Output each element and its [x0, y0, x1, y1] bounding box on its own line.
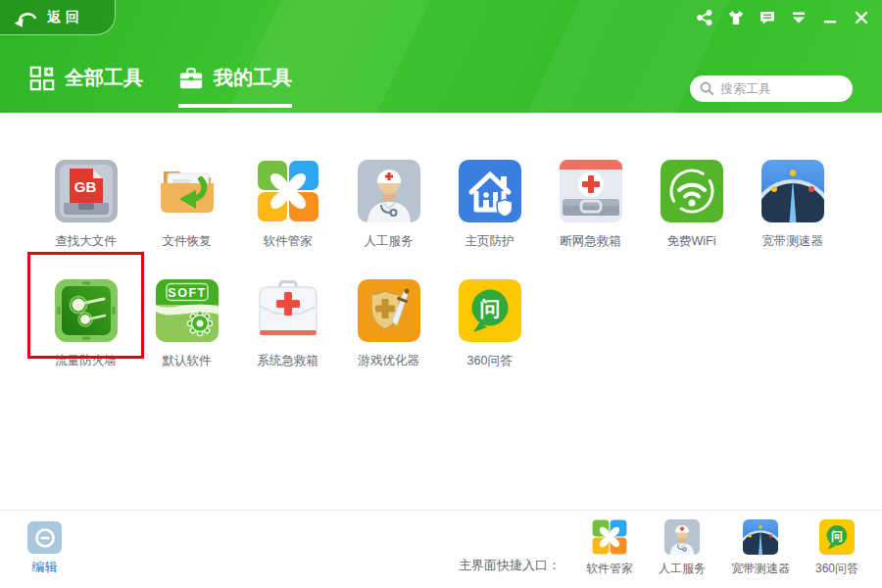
- tool-item-homepage-protection[interactable]: 主页防护: [439, 160, 540, 279]
- tool-item-system-first-aid[interactable]: 系统急救箱: [237, 279, 338, 399]
- footer: 编辑 主界面快捷入口： 软件管家人工服务宽带测速器360问答: [0, 510, 882, 588]
- human-service-icon: [358, 160, 420, 222]
- tab-all-tools[interactable]: 全部工具: [29, 65, 143, 108]
- tool-grid: 查找大文件文件恢复软件管家人工服务主页防护断网急救箱免费WiFi宽带测速器流量防…: [35, 113, 847, 399]
- window-controls: [692, 7, 874, 28]
- shortcut-bar: 主界面快捷入口： 软件管家人工服务宽带测速器360问答: [459, 519, 858, 577]
- network-first-aid-icon: [560, 160, 622, 222]
- tab-label: 我的工具: [214, 65, 292, 91]
- homepage-protection-icon: [459, 160, 521, 222]
- tool-label: 默认软件: [163, 353, 212, 369]
- edit-label: 编辑: [32, 559, 58, 576]
- shortcut-label: 360问答: [815, 561, 858, 577]
- share-icon: [696, 9, 713, 26]
- tab-bar: 全部工具 我的工具: [29, 65, 292, 108]
- tool-item-default-software[interactable]: 默认软件: [136, 279, 237, 399]
- minimize-button[interactable]: [817, 7, 843, 28]
- tool-label: 人工服务: [365, 233, 414, 250]
- skin-button[interactable]: [723, 7, 749, 28]
- edit-icon-box: [27, 521, 62, 554]
- share-button[interactable]: [692, 7, 717, 28]
- main-menu-icon: [790, 9, 808, 26]
- software-manager-icon: [592, 519, 627, 555]
- shortcut-caption: 主界面快捷入口：: [459, 557, 561, 577]
- search-icon: [700, 81, 714, 96]
- skin-icon: [727, 9, 745, 26]
- minimize-icon: [821, 9, 839, 26]
- tool-label: 游戏优化器: [358, 353, 419, 369]
- grid-plus-icon: [29, 66, 55, 91]
- tool-row: 流量防火墙默认软件系统急救箱游戏优化器360问答: [35, 279, 847, 399]
- speed-test-icon: [761, 160, 824, 222]
- back-label: 返回: [47, 9, 84, 26]
- tool-label: 主页防护: [466, 233, 514, 250]
- tool-item-traffic-firewall[interactable]: 流量防火墙: [35, 279, 136, 399]
- shortcut-speed-test[interactable]: 宽带测速器: [731, 519, 790, 577]
- tool-label: 免费WiFi: [667, 233, 716, 250]
- tool-label: 流量防火墙: [55, 353, 117, 369]
- header: 返回 全部工具 我的工具: [0, 0, 882, 113]
- file-recovery-icon: [156, 160, 219, 222]
- tool-item-speed-test[interactable]: 宽带测速器: [742, 160, 843, 279]
- find-large-files-icon: [55, 160, 118, 222]
- shortcut-qa-360[interactable]: 360问答: [815, 519, 858, 577]
- tool-item-find-large-files[interactable]: 查找大文件: [35, 160, 136, 279]
- tool-label: 宽带测速器: [761, 233, 823, 250]
- tool-item-game-optimizer[interactable]: 游戏优化器: [338, 279, 439, 399]
- tool-row: 查找大文件文件恢复软件管家人工服务主页防护断网急救箱免费WiFi宽带测速器: [35, 160, 847, 279]
- tool-item-human-service[interactable]: 人工服务: [338, 160, 439, 279]
- back-arrow-icon: [13, 7, 38, 28]
- software-manager-icon: [257, 160, 319, 222]
- feedback-button[interactable]: [755, 7, 780, 28]
- edit-button[interactable]: 编辑: [27, 521, 62, 576]
- tool-item-qa-360[interactable]: 360问答: [439, 279, 540, 399]
- shortcut-human-service[interactable]: 人工服务: [659, 519, 706, 577]
- tab-label: 全部工具: [65, 65, 143, 91]
- speed-test-icon: [743, 519, 778, 555]
- qa-360-icon: [459, 279, 521, 342]
- shortcut-software-manager[interactable]: 软件管家: [586, 519, 633, 577]
- back-button[interactable]: 返回: [0, 0, 116, 35]
- free-wifi-icon: [661, 160, 723, 222]
- tool-label: 360问答: [467, 353, 513, 369]
- tool-label: 查找大文件: [55, 233, 117, 250]
- shortcut-label: 宽带测速器: [731, 561, 790, 577]
- qa-360-icon: [819, 519, 855, 555]
- feedback-icon: [759, 9, 776, 26]
- tool-item-free-wifi[interactable]: 免费WiFi: [641, 160, 742, 279]
- tab-my-tools[interactable]: 我的工具: [178, 65, 292, 108]
- tool-item-network-first-aid[interactable]: 断网急救箱: [540, 160, 641, 279]
- tool-label: 断网急救箱: [560, 233, 621, 250]
- tool-item-software-manager[interactable]: 软件管家: [237, 160, 338, 279]
- tool-label: 软件管家: [264, 233, 313, 250]
- game-optimizer-icon: [358, 279, 420, 342]
- human-service-icon: [664, 519, 700, 555]
- briefcase-icon: [178, 66, 204, 91]
- search-box[interactable]: [690, 75, 853, 102]
- tool-label: 文件恢复: [163, 233, 212, 250]
- default-software-icon: [156, 279, 219, 342]
- main-menu-button[interactable]: [786, 7, 811, 28]
- traffic-firewall-icon: [55, 279, 118, 342]
- shortcut-label: 软件管家: [586, 561, 633, 577]
- close-button[interactable]: [849, 7, 874, 28]
- close-icon: [853, 9, 870, 26]
- tool-item-file-recovery[interactable]: 文件恢复: [136, 160, 237, 279]
- circle-minus-icon: [33, 526, 57, 550]
- tool-label: 系统急救箱: [257, 353, 318, 369]
- system-first-aid-icon: [257, 279, 319, 342]
- search-input[interactable]: [720, 81, 843, 96]
- shortcut-label: 人工服务: [659, 561, 706, 577]
